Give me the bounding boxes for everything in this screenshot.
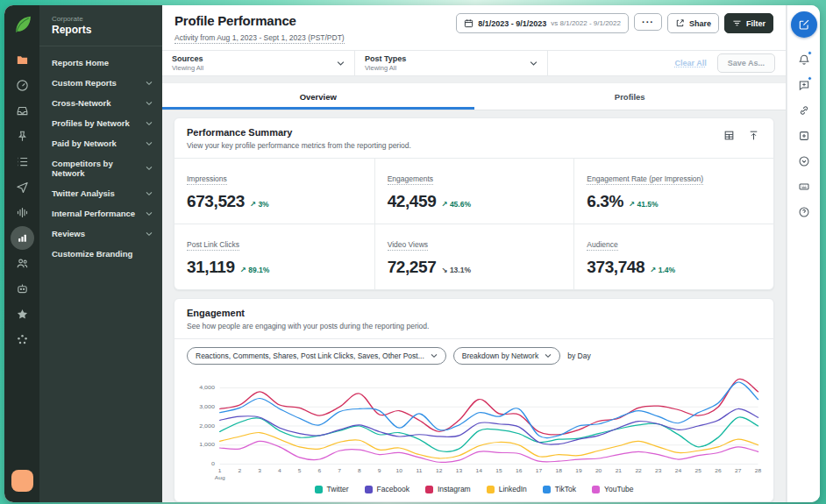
export-icon[interactable] (748, 130, 759, 141)
save-as-button[interactable]: Save As... (717, 53, 775, 73)
feed-icon[interactable] (4, 149, 39, 174)
report-content: Performance Summary View your key profil… (162, 110, 786, 502)
legend-swatch (487, 486, 495, 493)
right-icon-rail (787, 5, 820, 502)
main-area: Profile Performance Activity from Aug 1,… (162, 5, 787, 502)
chevron-down-icon (530, 60, 538, 67)
legend-swatch (592, 486, 600, 493)
svg-text:20: 20 (595, 469, 602, 473)
sidebar-item-internal-performance[interactable]: Internal Performance (39, 203, 162, 224)
report-tabs: Overview Profiles (162, 82, 786, 110)
svg-text:1: 1 (218, 469, 222, 473)
svg-text:16: 16 (516, 469, 522, 473)
legend-item-facebook[interactable]: Facebook (365, 485, 409, 493)
card-title: Performance Summary (187, 127, 411, 138)
chart-controls: Reactions, Comments, Shares, Post Link C… (174, 339, 773, 370)
report-header: Profile Performance Activity from Aug 1,… (162, 5, 786, 50)
ellipsis-icon: ··· (642, 18, 654, 25)
svg-text:26: 26 (715, 469, 721, 473)
listening-icon[interactable] (4, 200, 39, 225)
pin-icon[interactable] (4, 124, 39, 149)
folder-icon[interactable] (4, 47, 39, 73)
svg-text:28: 28 (755, 469, 761, 473)
sprout-logo-icon[interactable] (11, 13, 33, 35)
sidebar-item-twitter-analysis[interactable]: Twitter Analysis (39, 183, 162, 203)
svg-text:23: 23 (655, 469, 661, 473)
notifications-icon[interactable] (787, 46, 820, 72)
table-view-icon[interactable] (723, 130, 735, 141)
card-title: Engagement (187, 308, 429, 318)
star-icon[interactable] (4, 302, 39, 327)
svg-text:4: 4 (278, 469, 282, 473)
breakdown-select[interactable]: Breakdown by Network (453, 347, 560, 365)
chart-svg: 01,0002,0003,0004,0001234567891011121314… (182, 372, 766, 482)
user-avatar[interactable] (11, 470, 33, 492)
workspace-name: Reports (39, 23, 162, 46)
legend-item-linkedin[interactable]: LinkedIn (487, 485, 527, 493)
publish-icon[interactable] (4, 174, 39, 200)
delta-badge: ↘ 13.1% (441, 266, 471, 274)
header-controls: 8/1/2023 - 9/1/2023 vs 8/1/2022 - 9/1/20… (456, 13, 773, 44)
sidebar-item-reports-home[interactable]: Reports Home (39, 53, 162, 73)
new-item-icon[interactable] (787, 123, 820, 148)
help-icon[interactable] (787, 199, 820, 224)
sidebar-item-reviews[interactable]: Reviews (39, 224, 162, 244)
apps-icon[interactable] (4, 327, 39, 352)
metrics-grid: Impressions 673,523↗ 3% Engagements 42,4… (174, 159, 773, 289)
granularity-label: by Day (567, 351, 590, 360)
app-window: Corporate Reports Reports Home Custom Re… (4, 5, 820, 502)
metrics-select[interactable]: Reactions, Comments, Shares, Post Link C… (187, 347, 446, 365)
svg-text:17: 17 (536, 469, 542, 473)
more-options-button[interactable]: ··· (634, 13, 662, 31)
sidebar-item-competitors-by-network[interactable]: Competitors by Network (39, 153, 162, 183)
post-types-filter[interactable]: Post Types Viewing All (355, 51, 548, 75)
svg-text:25: 25 (695, 469, 701, 473)
reports-icon[interactable] (4, 225, 39, 251)
left-icon-rail (4, 5, 39, 502)
sidebar-item-profiles-by-network[interactable]: Profiles by Network (39, 113, 162, 133)
svg-text:24: 24 (675, 469, 682, 473)
clear-all-link[interactable]: Clear All (675, 59, 707, 67)
compose-button[interactable] (791, 11, 817, 38)
workspace-label: Corporate (39, 15, 162, 23)
dashboard-icon[interactable] (4, 73, 39, 98)
card-subtitle: View your key profile performance metric… (187, 141, 411, 150)
legend-item-youtube[interactable]: YouTube (592, 485, 633, 493)
svg-text:22: 22 (635, 469, 641, 473)
tab-profiles[interactable]: Profiles (474, 83, 787, 110)
sources-filter[interactable]: Sources Viewing All (162, 51, 355, 75)
date-compare-label: vs 8/1/2022 - 9/1/2022 (551, 19, 621, 27)
share-icon (675, 18, 685, 28)
sidebar-item-custom-reports[interactable]: Custom Reports (39, 73, 162, 93)
metric-impressions: Impressions 673,523↗ 3% (174, 159, 374, 224)
keyboard-shortcuts-icon[interactable] (787, 174, 820, 199)
messages-icon[interactable] (787, 72, 820, 97)
sidebar-item-customize-branding[interactable]: Customize Branding (39, 244, 162, 264)
tab-overview[interactable]: Overview (162, 83, 474, 110)
delta-badge: ↗ 89.1% (240, 266, 270, 274)
sidebar-items: Reports Home Custom Reports Cross-Networ… (39, 46, 162, 264)
svg-text:1,000: 1,000 (199, 442, 215, 447)
bot-icon[interactable] (4, 276, 39, 302)
link-icon[interactable] (787, 97, 820, 123)
legend-item-instagram[interactable]: Instagram (425, 485, 471, 493)
sidebar-item-cross-network[interactable]: Cross-Network (39, 93, 162, 113)
people-icon[interactable] (4, 251, 39, 276)
chart-legend: TwitterFacebookInstagramLinkedInTikTokYo… (174, 482, 773, 501)
legend-item-twitter[interactable]: Twitter (315, 485, 349, 493)
sidebar-item-paid-by-network[interactable]: Paid by Network (39, 133, 162, 153)
share-button[interactable]: Share (667, 13, 719, 33)
delta-badge: ↗ 41.5% (629, 200, 659, 209)
date-range-button[interactable]: 8/1/2023 - 9/1/2023 vs 8/1/2022 - 9/1/20… (456, 13, 629, 33)
svg-text:3,000: 3,000 (199, 404, 215, 409)
chevron-down-icon (146, 120, 153, 127)
delta-badge: ↗ 45.6% (441, 200, 471, 209)
inbox-icon[interactable] (4, 98, 39, 124)
legend-item-tiktok[interactable]: TikTok (543, 485, 576, 493)
filter-button[interactable]: Filter (724, 13, 773, 33)
report-date-summary[interactable]: Activity from Aug 1, 2023 - Sept 1, 2023… (174, 33, 345, 44)
updates-icon[interactable] (787, 148, 820, 174)
svg-text:11: 11 (417, 469, 423, 473)
engagement-line-chart[interactable]: 01,0002,0003,0004,0001234567891011121314… (174, 370, 773, 482)
chevron-down-icon (431, 352, 438, 359)
